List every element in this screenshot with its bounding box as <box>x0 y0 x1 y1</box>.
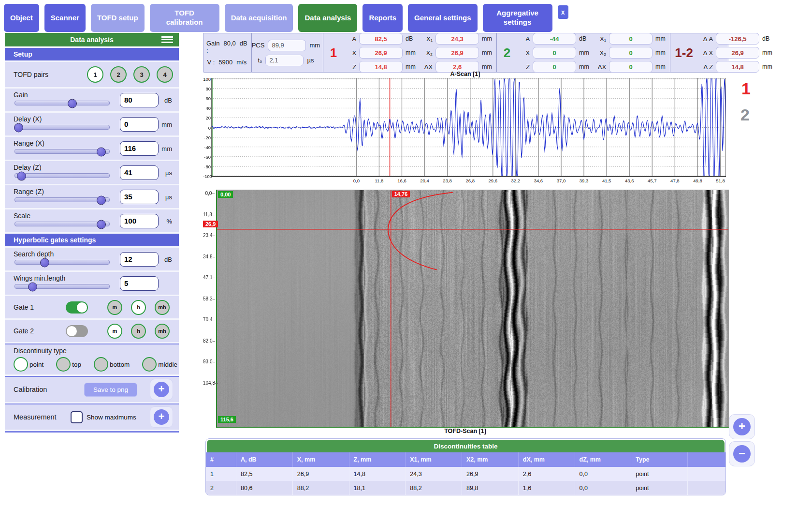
table-row[interactable]: 280,688,218,188,289,81,60,0point <box>206 481 725 495</box>
scale-slider[interactable] <box>14 222 110 226</box>
gate1-toggle[interactable] <box>66 301 88 314</box>
t0-input[interactable]: 2,1 <box>265 55 304 66</box>
pcs-unit: mm <box>309 42 320 49</box>
delay-z-slider[interactable] <box>14 173 110 178</box>
table-column-header <box>688 452 726 467</box>
delay-z-input[interactable] <box>120 165 159 180</box>
add-discontinuity-button[interactable]: + <box>733 418 751 435</box>
slider-thumb[interactable] <box>97 196 106 205</box>
radio-middle[interactable] <box>142 357 157 372</box>
gate2-m-button[interactable]: m <box>107 324 122 339</box>
close-button[interactable]: x <box>558 5 568 19</box>
nav-general-settings[interactable]: General settings <box>408 4 478 32</box>
wings-min-length-slider[interactable] <box>14 284 110 289</box>
slider-thumb[interactable] <box>17 172 26 181</box>
save-to-png-button[interactable]: Save to png <box>84 383 137 397</box>
ascan-x-tick: 37,0 <box>554 178 568 183</box>
nav-data-acquisition[interactable]: Data acquisition <box>225 4 293 32</box>
slider-thumb[interactable] <box>28 283 37 292</box>
gate1-m-button[interactable]: m <box>107 300 122 315</box>
ascan-chart[interactable] <box>211 78 726 177</box>
search-depth-input[interactable] <box>120 252 159 267</box>
tofd-pair-2[interactable]: 2 <box>110 66 127 83</box>
gate1-mh-button[interactable]: mh <box>155 300 170 315</box>
group2-block: 2 A-44dB X0mm Z0mm X₁0mm X₂0mm ΔX0mm <box>497 33 670 72</box>
pair1-marker[interactable]: 1 <box>741 79 751 98</box>
delta-a-value: -126,5 <box>716 33 759 45</box>
nav-reports[interactable]: Reports <box>362 4 403 32</box>
wings-min-length-input[interactable] <box>120 276 159 291</box>
slider-thumb[interactable] <box>97 220 106 229</box>
velocity-value: 5900 <box>218 59 232 66</box>
nav-tofd-calibration[interactable]: TOFD calibration <box>150 4 219 32</box>
ascan-x-tick: 26,8 <box>464 178 477 183</box>
table-row[interactable]: 182,526,914,824,326,92,60,0point <box>206 467 725 481</box>
delay-z-row: Delay (Z) µs <box>5 161 179 184</box>
range-x-slider[interactable] <box>14 149 110 154</box>
ascan-y-tick: -100 <box>203 174 211 179</box>
nav-tofd-setup[interactable]: TOFD setup <box>91 4 145 32</box>
gain-unit: dB <box>164 96 172 104</box>
scale-row: Scale % <box>5 209 179 232</box>
discontinuity-options: point top bottom middle <box>14 357 173 372</box>
calibration-add-button[interactable]: + <box>154 382 169 397</box>
radio-bottom[interactable] <box>94 357 108 372</box>
radio-point[interactable] <box>14 357 28 372</box>
range-z-input[interactable] <box>120 190 159 204</box>
sidebar-title: Data analysis <box>70 36 114 44</box>
discontinuity-type-label: Discontinuity type <box>14 347 173 355</box>
gate2-label: Gate 2 <box>14 327 66 335</box>
slider-thumb[interactable] <box>40 258 49 268</box>
gate2-toggle[interactable] <box>66 325 88 337</box>
slider-thumb[interactable] <box>14 123 23 133</box>
nav-aggregative-settings[interactable]: Aggregative settings <box>483 4 552 32</box>
calibration-row: Calibration Save to png + <box>5 376 179 402</box>
ascan-title: A-Scan [1] <box>203 71 727 77</box>
tofd-scan-image[interactable] <box>216 190 729 428</box>
table-header-row: #A, dBX, mmZ, mmX1, mmX2, mmdX, mmdZ, mm… <box>206 452 725 467</box>
search-depth-slider[interactable] <box>14 260 110 265</box>
range-z-slider[interactable] <box>14 197 110 202</box>
pair2-marker[interactable]: 2 <box>740 105 750 124</box>
table-column-header: X1, mm <box>406 452 462 467</box>
show-maximums-checkbox[interactable] <box>71 411 83 423</box>
ascan-x-tick: 29,6 <box>486 178 500 183</box>
nav-data-analysis[interactable]: Data analysis <box>298 4 357 32</box>
table-column-header: dX, mm <box>518 452 575 467</box>
gain-slider[interactable] <box>14 101 110 105</box>
delay-x-slider[interactable] <box>14 125 110 130</box>
ascan-x-tick: 20,4 <box>418 178 432 183</box>
pcs-block: PCS89,9mm t₀2,1µs <box>252 33 323 72</box>
delay-z-unit: µs <box>165 169 172 176</box>
scale-input[interactable] <box>120 214 159 228</box>
toggle-knob <box>77 302 87 313</box>
remove-discontinuity-button[interactable]: − <box>733 445 751 463</box>
ascan-y-tick: -40 <box>203 145 211 150</box>
radio-top[interactable] <box>56 357 71 372</box>
slider-thumb[interactable] <box>97 148 106 157</box>
discontinuity-type-row: Discontinuity type point top bottom midd… <box>5 344 179 374</box>
tofd-pair-3[interactable]: 3 <box>133 66 150 83</box>
menu-icon[interactable] <box>161 36 173 43</box>
group1-x1x2: X₁24,3mm X₂26,9mm ΔX2,6mm <box>421 33 493 73</box>
gate2-h-button[interactable]: h <box>131 324 146 339</box>
ascan-x-tick: 39,3 <box>577 178 591 183</box>
ascan-x-tick: 49,8 <box>691 178 704 183</box>
table-column-header: X2, mm <box>462 452 519 467</box>
range-x-input[interactable] <box>120 141 159 156</box>
measurement-add-button[interactable]: + <box>154 409 169 425</box>
tofd-scan-tick: 0,0 <box>203 191 215 196</box>
tofd-pair-4[interactable]: 4 <box>157 66 173 83</box>
slider-thumb[interactable] <box>68 99 77 108</box>
tofd-scan-tick: 70,4 <box>203 317 215 322</box>
ascan-panel: A-Scan [1] 100806040200-20-40-60-80-100 … <box>203 71 727 185</box>
gain-input[interactable] <box>120 93 159 107</box>
gate2-mh-button[interactable]: mh <box>155 324 170 339</box>
pcs-input[interactable]: 89,9 <box>268 40 306 51</box>
gate1-h-button[interactable]: h <box>131 300 146 315</box>
tofd-pair-1[interactable]: 1 <box>87 66 103 83</box>
delay-x-input[interactable] <box>120 117 159 132</box>
nav-object[interactable]: Object <box>4 4 39 32</box>
ascan-x-tick: 0,0 <box>349 178 363 183</box>
nav-scanner[interactable]: Scanner <box>44 4 86 32</box>
